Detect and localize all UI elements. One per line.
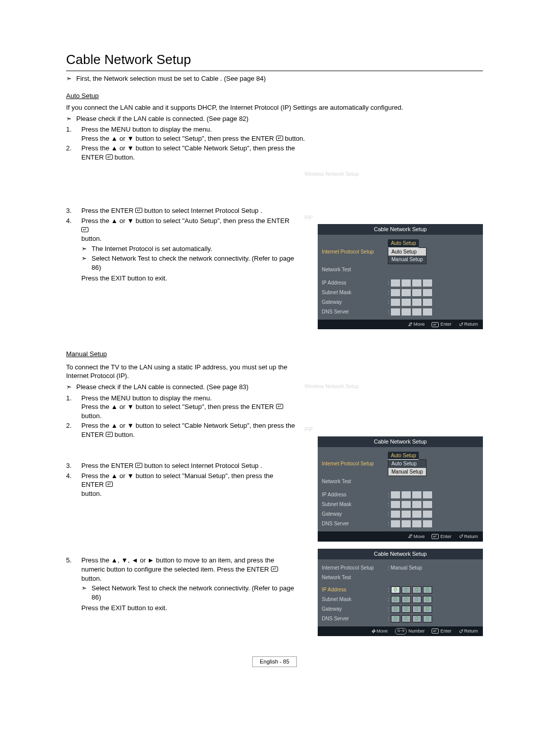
osd-manual-edit: Cable Network Setup Internet Protocol Se… [318,549,483,636]
osd-nt-label: Network Test [322,266,388,273]
page-title: Cable Network Setup [66,51,483,71]
ghost-wireless: Wireless Network Setup [304,171,483,178]
osd-auto-option-li[interactable]: Auto Setup [388,460,426,468]
ip-octet[interactable]: 0 [423,596,432,603]
auto-sub-4a: ➣ The Internet Protocol is set automatic… [81,244,295,254]
osd-dns-label: DNS Server [322,520,388,527]
note-arrow-icon: ➣ [66,74,76,83]
osd-dns-label: DNS Server [322,615,388,622]
ip-octet[interactable]: 0 [402,606,411,613]
manual-sub-5a: ➣ Select Network Test to check the netwo… [81,584,295,602]
move4-icon [371,628,375,635]
osd-title: Cable Network Setup [318,436,483,447]
osd-gw-label: Gateway [322,511,388,518]
enter-icon [432,322,439,327]
osd-ips-dropdown[interactable]: Auto Setup Auto Setup Manual Setup [388,452,426,477]
osd-auto-option[interactable]: Auto Setup [388,239,419,248]
page-footer: English - 85 [66,656,483,667]
manual-intro: To connect the TV to the LAN using a sta… [66,363,295,381]
manual-check-note: ➣ Please check if the LAN cable is conne… [66,383,295,392]
enter-icon [106,482,113,487]
enter-icon [135,463,142,468]
ip-octet[interactable]: 0 [391,615,400,622]
ip-octet[interactable]: 0 [402,586,411,593]
osd-auto-option-hl[interactable]: Auto Setup [388,248,426,256]
page-number: English - 85 [252,656,297,667]
osd-ip-label: IP Address [322,279,388,287]
note-arrow-icon: ➣ [81,254,92,263]
ip-octet[interactable]: 0 [402,615,411,622]
osd-sm-label: Subnet Mask [322,501,388,508]
top-note-text: First, the Network selection must be set… [76,74,266,83]
osd-footer: Move Enter Return [318,531,483,542]
auto-step-4: 4. Press the ▲ or ▼ button to select "Au… [66,216,295,283]
osd-auto: Cable Network Setup Internet Protocol Se… [318,224,483,329]
osd-nt-label: Network Test [322,478,388,485]
auto-setup-heading: Auto Setup [66,91,99,101]
osd-ip-label: IP Address [322,491,388,498]
osd-ips-label: Internet Protocol Setup [322,248,388,256]
osd-title: Cable Network Setup [318,224,483,235]
enter-icon [276,404,283,409]
auto-check-note: ➣ Please check if the LAN cable is conne… [66,114,483,123]
ip-octet[interactable]: 0 [391,596,400,603]
auto-intro: If you connect the LAN cable and it supp… [66,103,483,112]
ghost-pip: PIP [304,214,483,222]
osd-manual-option[interactable]: Manual Setup [388,256,426,264]
auto-exit: Press the EXIT button to exit. [81,274,295,283]
manual-setup-heading: Manual Setup [66,350,107,359]
manual-step-5: 5. Press the ▲, ▼, ◄ or ► button to move… [66,556,295,612]
manual-exit: Press the EXIT button to exit. [81,604,295,613]
enter-icon [432,534,439,539]
ip-octet[interactable]: 0 [402,596,411,603]
auto-step-2: 2. Press the ▲ or ▼ button to select "Ca… [66,144,483,162]
osd-nt-label: Network Test [322,574,388,581]
osd-manual-option-hl[interactable]: Manual Setup [388,468,426,476]
osd-ips-label: Internet Protocol Setup [322,564,388,572]
note-arrow-icon: ➣ [66,383,76,392]
return-icon [459,321,463,328]
ghost-pip-2: PIP [304,426,483,433]
return-icon [459,533,463,540]
ip-octet[interactable]: 0 [423,606,432,613]
note-arrow-icon: ➣ [81,584,92,593]
osd-dns-label: DNS Server [322,308,388,316]
auto-check-text: Please check if the LAN cable is connect… [76,114,249,123]
osd-title: Cable Network Setup [318,549,483,559]
osd-gw-label: Gateway [322,606,388,613]
osd-auto-option[interactable]: Auto Setup [388,452,419,460]
auto-step-1: 1. Press the MENU button to display the … [66,125,483,143]
osd-sm-label: Subnet Mask [322,289,388,296]
manual-step-3: 3. Press the ENTER button to select Inte… [66,461,295,470]
ghost-wireless-2: Wireless Network Setup [304,383,483,390]
osd-gw-label: Gateway [322,299,388,306]
ip-octet[interactable]: 0 [423,615,432,622]
ip-octet[interactable]: 0 [412,596,421,603]
enter-icon [106,432,113,437]
osd-footer: Move Enter Return [318,320,483,330]
osd-ips-dropdown[interactable]: Auto Setup Auto Setup Manual Setup [388,239,426,264]
enter-icon [432,628,439,634]
enter-icon [135,208,142,213]
osd-ips-label: Internet Protocol Setup [322,460,388,467]
ip-octet[interactable]: 0 [391,606,400,613]
move-icon [408,533,412,540]
osd-sm-label: Subnet Mask [322,596,388,603]
move-icon [408,321,412,328]
enter-icon [81,227,88,232]
top-note: ➣ First, the Network selection must be s… [66,74,483,83]
ip-octet[interactable]: 0 [423,586,432,593]
auto-sub-4b: ➣ Select Network Test to check the netwo… [81,254,295,272]
enter-icon [271,566,278,572]
osd-ips-value: : Manual Setup [388,564,479,572]
ip-octet[interactable]: 0 [412,606,421,613]
auto-step-3: 3. Press the ENTER button to select Inte… [66,206,295,215]
ip-octet[interactable]: 0 [391,586,400,593]
manual-step-1: 1. Press the MENU button to display the … [66,394,295,421]
osd-footer: Move 0~9Number Enter Return [318,626,483,637]
note-arrow-icon: ➣ [81,244,92,254]
manual-step-2: 2. Press the ▲ or ▼ button to select "Ca… [66,421,295,439]
enter-icon [276,136,283,141]
ip-octet[interactable]: 0 [412,586,421,593]
ip-octet[interactable]: 0 [412,615,421,622]
